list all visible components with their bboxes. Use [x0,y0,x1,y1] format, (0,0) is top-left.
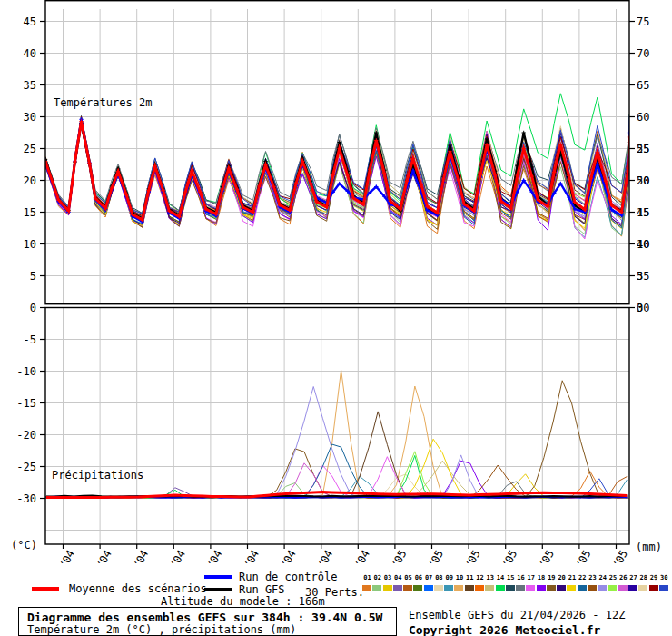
footer-title-box: Diagramme des ensembles GEFS sur 384h : … [18,607,397,636]
svg-text:70: 70 [637,47,649,60]
svg-text:27/04: 27/04 [235,548,262,563]
svg-text:45: 45 [24,15,36,28]
svg-text:-20: -20 [16,429,36,442]
svg-text:5: 5 [637,270,643,283]
precipitation-panel-label: Précipitations [52,470,143,481]
svg-text:-10: -10 [16,365,36,378]
mean-legend-label: Moyenne des scénarios [69,583,207,594]
svg-text:01/05: 01/05 [382,548,409,563]
svg-text:5: 5 [30,270,36,283]
svg-text:40: 40 [24,47,36,60]
temperature-panel-label: Températures 2m [54,97,152,108]
diagram-title: Diagramme des ensembles GEFS sur 384h : … [27,611,382,624]
svg-text:22/04: 22/04 [51,548,77,563]
svg-text:15: 15 [637,206,649,219]
svg-text:-25: -25 [16,461,36,473]
gfs-legend-label: Run GFS [239,584,285,595]
svg-text:25: 25 [24,143,36,155]
svg-text:0: 0 [637,302,643,314]
svg-text:10: 10 [637,238,649,251]
svg-text:15: 15 [24,206,36,219]
svg-text:-30: -30 [16,492,36,505]
svg-text:35: 35 [24,79,36,92]
svg-text:03/05: 03/05 [456,548,482,563]
svg-text:25/04: 25/04 [162,548,188,563]
svg-text:04/05: 04/05 [493,548,519,563]
left-axis-unit-label: (°C) [11,540,37,551]
control-legend-label: Run de contrôle [239,571,337,582]
svg-text:20: 20 [24,174,36,187]
svg-text:60: 60 [637,111,649,124]
svg-text:10: 10 [24,238,36,251]
svg-text:75: 75 [637,15,649,28]
svg-text:20: 20 [637,174,649,187]
svg-text:-15: -15 [16,397,36,410]
svg-text:23/04: 23/04 [87,548,114,563]
run-info-label: Ensemble GEFS du 21/04/2026 - 12Z [409,610,625,621]
meteociel-gefs-ensemble-page: { "ui": { "panel_labels": { "temperature… [0,0,672,636]
svg-text:06/05: 06/05 [567,548,593,563]
control-line-swatch [204,575,232,579]
diagram-subtitle: Température 2m (°C) , précipitations (mm… [27,623,296,636]
svg-text:65: 65 [637,79,649,92]
svg-text:28/04: 28/04 [272,548,298,563]
perturbation-color-strip: 0102030405060708091011121314151617181920… [362,574,669,594]
svg-text:24/04: 24/04 [124,548,151,563]
right-axis-unit-label: (mm) [636,542,662,552]
svg-text:-5: -5 [24,333,36,346]
altitude-label: Altitude du modele : 166m [161,596,325,607]
svg-text:25: 25 [637,143,649,155]
gfs-line-swatch [204,588,232,591]
svg-text:26/04: 26/04 [198,548,224,563]
svg-text:30/04: 30/04 [346,548,372,563]
svg-text:29/04: 29/04 [309,548,335,563]
svg-text:07/05: 07/05 [604,548,630,563]
svg-text:02/05: 02/05 [420,548,446,563]
svg-text:30: 30 [24,111,36,124]
copyright-label: Copyright 2026 Meteociel.fr [409,623,600,636]
svg-text:0: 0 [30,302,36,314]
svg-text:05/05: 05/05 [530,548,557,563]
mean-line-swatch [32,587,59,591]
